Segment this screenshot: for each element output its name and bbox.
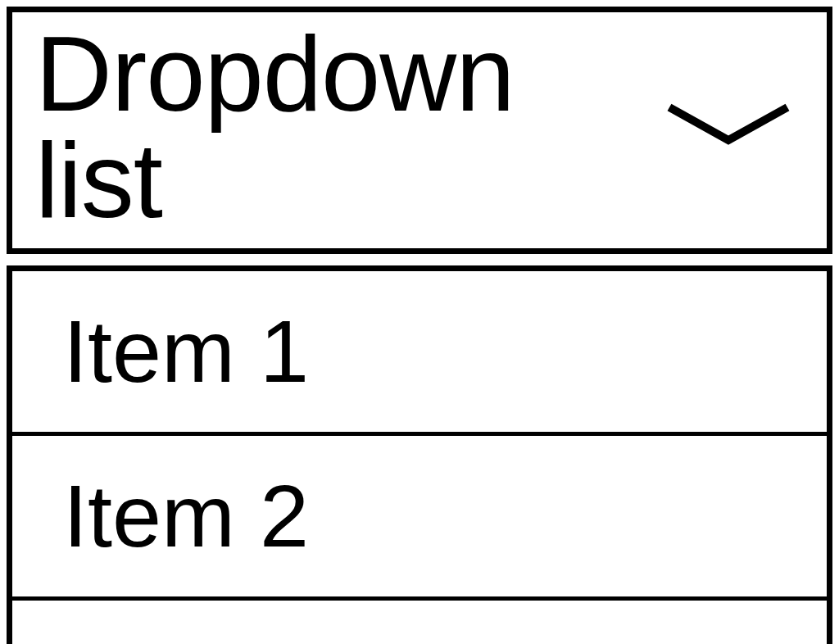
dropdown-label: Dropdown list bbox=[35, 20, 646, 234]
dropdown-list: Item 1 Item 2 Item 3 bbox=[7, 265, 832, 644]
dropdown-container: Dropdown list Item 1 Item 2 Item 3 bbox=[0, 0, 839, 644]
dropdown-item-3[interactable]: Item 3 bbox=[12, 601, 827, 644]
dropdown-item-label: Item 1 bbox=[63, 302, 309, 401]
dropdown-item-1[interactable]: Item 1 bbox=[12, 271, 827, 436]
chevron-down-icon bbox=[663, 101, 794, 153]
dropdown-item-label: Item 2 bbox=[63, 466, 309, 565]
dropdown-toggle[interactable]: Dropdown list bbox=[7, 7, 832, 254]
dropdown-item-label: Item 3 bbox=[63, 631, 309, 644]
dropdown-item-2[interactable]: Item 2 bbox=[12, 436, 827, 601]
